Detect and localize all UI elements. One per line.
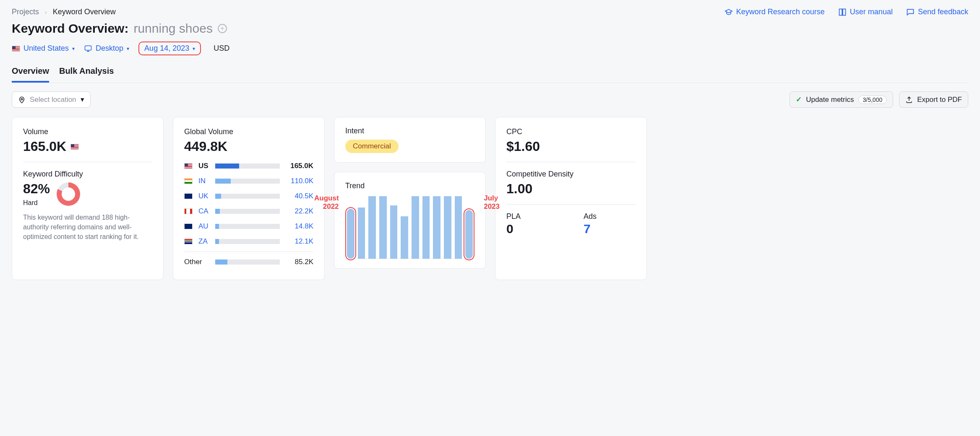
in-flag-icon [184, 178, 193, 184]
country-volume: 165.0K [284, 162, 313, 170]
trend-bar [368, 196, 376, 259]
volume-title: Volume [23, 127, 152, 136]
tabs: Overview Bulk Analysis [12, 66, 968, 83]
breadcrumb-current: Keyword Overview [53, 8, 116, 16]
chevron-down-icon: ▾ [81, 95, 84, 104]
keyword-research-course-link[interactable]: Keyword Research course [725, 8, 825, 16]
svg-rect-2 [85, 46, 91, 50]
global-volume-row: US 165.0K [184, 158, 313, 174]
volume-value: 165.0K [23, 139, 66, 154]
export-pdf-button[interactable]: Export to PDF [899, 91, 968, 108]
us-flag-icon [70, 144, 79, 150]
country-volume[interactable]: 22.2K [284, 207, 313, 215]
keyword-difficulty-desc: This keyword will demand 188 high-author… [23, 213, 152, 242]
ca-flag-icon [184, 208, 193, 214]
pla-value: 0 [506, 222, 558, 236]
keyword-difficulty-value: 82% [23, 181, 50, 197]
trend-bar [412, 196, 419, 259]
tab-overview[interactable]: Overview [12, 66, 49, 83]
trend-bar [379, 196, 387, 259]
add-keyword-icon[interactable]: + [218, 24, 227, 33]
country-code[interactable]: AU [198, 222, 211, 231]
global-volume-row: IN 110.0K [184, 174, 313, 189]
global-volume-row: AU 14.8K [184, 219, 313, 234]
pla-label: PLA [506, 212, 558, 221]
global-volume-row: CA 22.2K [184, 204, 313, 219]
breadcrumb: Projects › Keyword Overview [12, 8, 116, 16]
send-feedback-link[interactable]: Send feedback [906, 8, 968, 16]
ads-label: Ads [584, 212, 636, 221]
trend-card: August2022 July2023 Trend [334, 172, 486, 269]
uk-flag-icon [184, 193, 193, 199]
volume-card: Volume 165.0K Keyword Difficulty 82% Har… [12, 117, 164, 280]
breadcrumb-projects[interactable]: Projects [12, 8, 39, 16]
device-filter[interactable]: Desktop ▾ [84, 44, 129, 53]
svg-rect-0 [839, 9, 842, 15]
currency-label: USD [214, 44, 229, 53]
country-volume[interactable]: 14.8K [284, 222, 313, 231]
trend-bar [390, 205, 398, 259]
cpc-value: $1.60 [506, 139, 636, 154]
trend-chart [345, 196, 474, 259]
us-flag-icon [184, 163, 193, 169]
export-icon [905, 96, 913, 104]
country-code[interactable]: CA [198, 207, 211, 215]
intent-title: Intent [345, 127, 474, 135]
tab-bulk-analysis[interactable]: Bulk Analysis [59, 66, 114, 83]
global-volume-title: Global Volume [184, 127, 313, 136]
global-other-label: Other [184, 258, 211, 266]
country-volume[interactable]: 40.5K [284, 192, 313, 200]
comment-icon [906, 8, 915, 16]
top-links: Keyword Research course User manual Send… [725, 8, 968, 16]
country-code[interactable]: ZA [198, 237, 211, 246]
cpc-title: CPC [506, 127, 636, 136]
trend-bar [347, 209, 354, 259]
trend-bar [433, 196, 440, 259]
trend-bar [465, 210, 473, 259]
ads-value[interactable]: 7 [584, 222, 636, 236]
global-volume-row: UK 40.5K [184, 189, 313, 204]
book-icon [838, 8, 847, 16]
pin-icon [18, 96, 26, 104]
global-other-value: 85.2K [284, 258, 313, 266]
svg-rect-1 [843, 9, 846, 15]
au-flag-icon [184, 223, 193, 229]
keyword-difficulty-label: Hard [23, 199, 50, 207]
country-volume[interactable]: 110.0K [284, 177, 313, 185]
chevron-down-icon: ▾ [193, 46, 195, 52]
chevron-down-icon: ▾ [127, 46, 129, 52]
trend-bar [444, 196, 451, 259]
country-volume[interactable]: 12.1K [284, 237, 313, 246]
trend-bar [422, 196, 430, 259]
user-manual-link[interactable]: User manual [838, 8, 893, 16]
trend-annotation-start: August2022 [314, 194, 339, 211]
check-icon: ✓ [796, 95, 802, 104]
us-flag-icon [12, 46, 20, 52]
country-code[interactable]: IN [198, 177, 211, 185]
chevron-right-icon: › [45, 9, 47, 16]
global-volume-card: Global Volume 449.8K US 165.0K IN 110.0K… [173, 117, 325, 280]
svg-point-3 [21, 98, 23, 100]
keyword-difficulty-title: Keyword Difficulty [23, 170, 152, 179]
global-volume-row: ZA 12.1K [184, 234, 313, 249]
global-volume-value: 449.8K [184, 139, 313, 154]
trend-annotation-end: July2023 [484, 194, 500, 211]
kd-donut-chart [57, 182, 80, 206]
graduation-cap-icon [725, 8, 733, 16]
country-code[interactable]: UK [198, 192, 211, 200]
za-flag-icon [184, 239, 193, 244]
country-filter[interactable]: United States ▾ [12, 44, 75, 53]
update-metrics-button[interactable]: ✓ Update metrics 3/5,000 [790, 91, 893, 108]
chevron-down-icon: ▾ [72, 46, 75, 52]
intent-card: Intent Commercial [334, 117, 486, 163]
trend-bar [455, 196, 462, 259]
keyword-value: running shoes [133, 21, 212, 36]
competitive-density-title: Competitive Density [506, 170, 636, 179]
cpc-card: CPC $1.60 Competitive Density 1.00 PLA 0… [495, 117, 647, 280]
competitive-density-value: 1.00 [506, 181, 636, 197]
page-title: Keyword Overview: [12, 21, 128, 36]
select-location-dropdown[interactable]: Select location ▾ [12, 91, 91, 108]
country-code: US [198, 162, 211, 170]
date-filter[interactable]: Aug 14, 2023 ▾ [138, 42, 201, 55]
update-metrics-badge: 3/5,000 [858, 96, 887, 104]
